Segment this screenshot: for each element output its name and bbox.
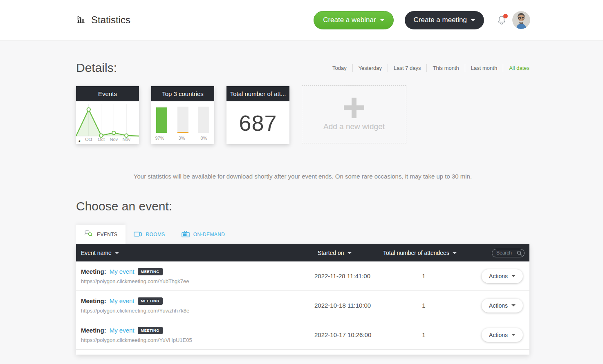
x-label: Nov — [122, 137, 130, 142]
chevron-down-icon — [380, 19, 384, 21]
date-filters: Today Yesterday Last 7 days This month L… — [327, 64, 529, 72]
countries-widget-title: Top 3 countries — [151, 86, 214, 101]
actions-button[interactable]: Actions — [482, 328, 523, 342]
total-attendees-widget: Total number of att... 687 — [226, 86, 289, 144]
event-type-prefix: Meeting: — [81, 297, 106, 304]
details-section-header: Details: Today Yesterday Last 7 days Thi… — [76, 61, 529, 75]
notifications-bell-icon[interactable] — [497, 15, 507, 25]
event-name-link[interactable]: My event — [110, 297, 134, 304]
statistics-icon — [76, 15, 85, 26]
event-name-cell: Meeting: My event MEETING https://polygo… — [76, 327, 314, 343]
event-type-badge: MEETING — [138, 297, 163, 305]
create-webinar-button[interactable]: Create a webinar — [314, 11, 393, 29]
column-header-event-name[interactable]: Event name — [76, 250, 314, 256]
event-url: https://polygon.clickmeeting.com/YuVHpU1… — [81, 337, 314, 343]
bar-label: 3% — [176, 136, 187, 141]
filter-last-7-days[interactable]: Last 7 days — [388, 64, 427, 72]
events-table-header: Event name Started on Total number of at… — [76, 244, 529, 261]
page-header-left: Statistics — [76, 14, 130, 26]
column-header-started-on[interactable]: Started on — [314, 250, 383, 256]
page-title: Statistics — [91, 14, 130, 26]
attendees-cell: 1 — [383, 331, 464, 338]
filter-yesterday[interactable]: Yesterday — [352, 64, 388, 72]
x-label: Nov — [110, 137, 118, 142]
column-label: Started on — [318, 250, 344, 256]
sort-caret-icon — [453, 252, 457, 254]
add-widget-label: Add a new widget — [323, 122, 385, 131]
chevron-down-icon — [511, 304, 516, 306]
event-tabs: EVENTS ROOMS ON-DEMAND — [76, 225, 529, 244]
total-attendees-value: 687 — [239, 110, 277, 136]
event-type-prefix: Meeting: — [81, 327, 106, 334]
event-name-cell: Meeting: My event MEETING https://polygo… — [76, 268, 314, 284]
chevron-down-icon — [511, 275, 516, 277]
column-label: Event name — [81, 250, 112, 256]
filter-all-dates[interactable]: All dates — [503, 64, 529, 72]
chart-prev-arrow-icon[interactable]: ◂ — [78, 138, 80, 143]
bar-label: 0% — [198, 136, 209, 141]
table-row[interactable]: Meeting: My event MEETING https://polygo… — [76, 261, 529, 291]
events-widget-title: Events — [76, 86, 139, 101]
event-type-prefix: Meeting: — [81, 268, 106, 275]
actions-button[interactable]: Actions — [482, 299, 523, 313]
events-widget-body: Oct Oct Nov Nov ◂ — [76, 101, 139, 144]
attendees-cell: 1 — [383, 302, 464, 309]
actions-cell: Actions — [482, 299, 523, 313]
chat-bubbles-icon — [84, 230, 93, 239]
event-url: https://polygon.clickmeeting.com/YubThgk… — [81, 278, 314, 284]
details-heading: Details: — [76, 61, 117, 75]
search-icon — [517, 250, 522, 257]
table-row[interactable]: Meeting: My event MEETING https://polygo… — [76, 320, 529, 350]
notification-dot — [503, 14, 508, 18]
plus-icon — [344, 98, 364, 118]
chevron-down-icon — [471, 19, 475, 21]
table-search — [492, 249, 525, 257]
x-label: Oct — [85, 137, 92, 142]
tv-icon — [182, 230, 190, 239]
sort-caret-icon — [115, 252, 119, 254]
event-name-link[interactable]: My event — [110, 268, 134, 275]
total-attendees-title: Total number of att... — [226, 86, 289, 101]
actions-label: Actions — [489, 302, 508, 309]
event-url: https://polygon.clickmeeting.com/Yuwzhh7… — [81, 308, 314, 314]
rooms-icon — [134, 231, 142, 239]
filter-today[interactable]: Today — [327, 64, 352, 72]
total-attendees-body: 687 — [226, 101, 289, 144]
add-widget-button[interactable]: Add a new widget — [302, 85, 406, 143]
create-webinar-label: Create a webinar — [323, 16, 376, 24]
events-table: Event name Started on Total number of at… — [76, 244, 529, 355]
column-header-attendees[interactable]: Total number of attendees — [383, 250, 464, 256]
event-name-link[interactable]: My event — [110, 327, 134, 334]
started-on-cell: 2022-10-18 11:10:00 — [314, 302, 383, 309]
tab-events[interactable]: EVENTS — [76, 225, 126, 244]
filter-last-month[interactable]: Last month — [465, 64, 503, 72]
countries-widget: Top 3 countries 97% 3% 0% — [151, 86, 214, 144]
actions-button[interactable]: Actions — [482, 269, 523, 283]
event-type-badge: MEETING — [138, 268, 163, 275]
tab-rooms[interactable]: ROOMS — [126, 225, 173, 244]
create-meeting-label: Create a meeting — [414, 16, 467, 24]
statistics-notice: Your statistics will be available for do… — [76, 173, 529, 180]
actions-label: Actions — [489, 273, 508, 279]
app-header: Statistics Create a webinar Create a mee… — [0, 0, 603, 40]
bar-label: 97% — [154, 136, 165, 141]
countries-widget-body: 97% 3% 0% — [151, 101, 214, 144]
events-widget: Events Oct Oct Nov Nov ◂ — [76, 86, 139, 144]
user-avatar[interactable] — [512, 11, 530, 29]
choose-event-heading: Choose an event: — [76, 199, 529, 213]
country-bar — [177, 107, 188, 133]
table-row[interactable]: Meeting: My event MEETING https://polygo… — [76, 291, 529, 320]
actions-label: Actions — [489, 332, 508, 338]
page-header-right: Create a webinar Create a meeting — [314, 11, 530, 29]
tab-on-demand[interactable]: ON-DEMAND — [173, 225, 233, 244]
tab-events-label: EVENTS — [97, 232, 117, 237]
events-chart-x-labels: Oct Oct Nov Nov — [76, 137, 139, 143]
started-on-cell: 2022-10-17 10:26:00 — [314, 331, 383, 338]
tab-on-demand-label: ON-DEMAND — [193, 232, 225, 237]
chevron-down-icon — [511, 334, 516, 336]
create-meeting-button[interactable]: Create a meeting — [405, 11, 484, 29]
x-label: Oct — [98, 137, 105, 142]
event-name-cell: Meeting: My event MEETING https://polygo… — [76, 297, 314, 314]
attendees-cell: 1 — [383, 272, 464, 279]
filter-this-month[interactable]: This month — [426, 64, 464, 72]
